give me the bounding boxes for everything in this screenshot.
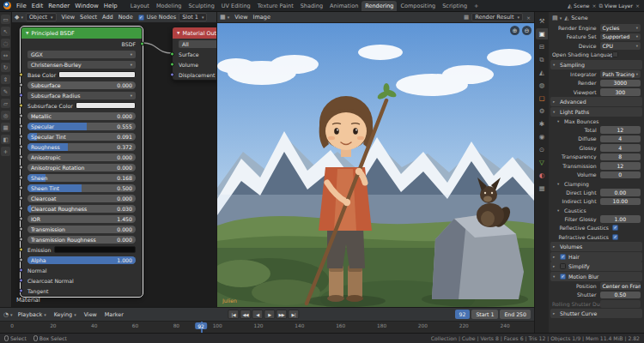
menu-file[interactable]: File xyxy=(14,2,29,10)
prop-value-transmission[interactable]: 12 xyxy=(600,162,641,170)
prop-transparency[interactable]: Transparency8 xyxy=(550,153,642,162)
frame-start-field[interactable]: Start 1 xyxy=(471,310,498,319)
workspace-tab-sculpting[interactable]: Sculpting xyxy=(185,1,217,11)
slider-specular[interactable]: Specular0.555 xyxy=(27,123,136,130)
node-input-sheen[interactable]: Sheen0.168 xyxy=(21,172,142,183)
texture-properties-tab-icon[interactable]: ▦ xyxy=(536,183,548,194)
prop-value-filter-glossy[interactable]: 1.00 xyxy=(600,215,641,223)
move-tool-icon[interactable]: ↔ xyxy=(1,51,10,60)
prop-render-engine[interactable]: Render EngineCycles xyxy=(550,23,642,33)
properties-editor-type-icon[interactable]: ▤ xyxy=(552,15,562,21)
panel-advanced[interactable]: ▸Advanced xyxy=(550,97,642,106)
annotate-tool-icon[interactable]: ✎ xyxy=(1,87,10,96)
prop-glossy[interactable]: Glossy4 xyxy=(550,143,642,153)
tool-properties-tab-icon[interactable]: ⚒ xyxy=(536,15,548,27)
panel-motion-blur[interactable]: ▾✓Motion Blur xyxy=(550,272,642,281)
node-input-displacement[interactable]: Displacement xyxy=(173,69,216,80)
view-layer-unlink-icon[interactable]: × xyxy=(635,3,641,9)
prop-render[interactable]: Render3000 xyxy=(550,79,642,88)
displacement-input-socket[interactable] xyxy=(170,73,174,77)
menu-window[interactable]: Window xyxy=(72,2,101,10)
scene-selector[interactable]: Scene xyxy=(574,3,589,9)
subsurface-color-input-socket[interactable] xyxy=(19,104,23,108)
collapse-node-icon[interactable]: ▼ xyxy=(177,31,179,35)
node-canvas[interactable]: ▼ Principled BSDF BSDF GGX Ch xyxy=(12,23,216,307)
panel-hair[interactable]: ▸✓Hair xyxy=(550,252,642,262)
subpanel-clamping[interactable]: ▾Clamping xyxy=(550,179,642,188)
prop-value-render-engine[interactable]: Cycles xyxy=(600,24,641,32)
cursor-tool-icon[interactable]: ◌ xyxy=(1,39,10,48)
prop-value-direct-light[interactable]: 0.00 xyxy=(600,189,641,196)
prop-viewport[interactable]: Viewport300 xyxy=(550,87,642,97)
tangent-input-socket[interactable] xyxy=(19,289,23,293)
prop-integrator[interactable]: IntegratorPath Tracing xyxy=(550,69,642,79)
principled-bsdf-node[interactable]: ▼ Principled BSDF BSDF GGX Ch xyxy=(21,27,143,297)
node-input-specular[interactable]: Specular0.555 xyxy=(21,121,142,131)
sheen-tint-input-socket[interactable] xyxy=(19,186,23,190)
prop-device[interactable]: DeviceCPU xyxy=(550,41,642,51)
prop-diffuse[interactable]: Diffuse4 xyxy=(550,135,642,144)
material-output-node-header[interactable]: ▼ Material Output xyxy=(173,27,216,39)
blender-logo-icon[interactable] xyxy=(3,2,11,9)
node-input-clearcoat-normal[interactable]: Clearcoat Normal xyxy=(21,275,142,286)
image-datablock-dropdown[interactable]: Render Result xyxy=(471,13,523,21)
timeline-menu-keying[interactable]: Keying xyxy=(52,310,79,319)
image-menu-image[interactable]: Image xyxy=(251,13,273,21)
anisotropic-input-socket[interactable] xyxy=(19,155,23,159)
clearcoat-roughness-input-socket[interactable] xyxy=(19,207,23,211)
prop-direct-light[interactable]: Direct Light0.00 xyxy=(550,188,642,197)
sheen-input-socket[interactable] xyxy=(19,176,23,180)
slider-sheen[interactable]: Sheen0.168 xyxy=(27,174,136,182)
prop-value-device[interactable]: CPU xyxy=(600,42,641,50)
open-shading-language-checkbox[interactable] xyxy=(612,51,618,57)
prop-volume[interactable]: Volume0 xyxy=(550,171,642,180)
prop-value-transparency[interactable]: 8 xyxy=(600,153,641,161)
transmission-roughness-input-socket[interactable] xyxy=(19,238,23,242)
slider-metallic[interactable]: Metallic0.000 xyxy=(27,112,136,120)
refractive-caustics-checkbox[interactable]: ✓ xyxy=(612,234,618,240)
particles-properties-tab-icon[interactable]: ✱ xyxy=(536,118,548,129)
modifiers-properties-tab-icon[interactable]: ⚙ xyxy=(536,105,548,117)
jump-to-next-keyframe-button[interactable]: ▶▶ xyxy=(276,310,287,319)
vector-field-subsurface-radius[interactable]: Subsurface Radius xyxy=(27,92,136,99)
slider-clearcoat-roughness[interactable]: Clearcoat Roughness0.030 xyxy=(27,205,136,213)
prop-value-render[interactable]: 3000 xyxy=(600,80,641,87)
prop-value-position[interactable]: Center on Frame xyxy=(600,282,641,290)
play-reverse-button[interactable]: ◀ xyxy=(252,310,263,319)
slider-alpha[interactable]: Alpha1.000 xyxy=(27,256,136,264)
prop-reflective-caustics[interactable]: Reflective Caustics✓ xyxy=(550,224,642,233)
node-input-subsurface-radius[interactable]: Subsurface Radius xyxy=(21,90,142,100)
node-menu-view[interactable]: View xyxy=(59,13,77,21)
object-properties-tab-icon[interactable]: ▢ xyxy=(536,93,548,104)
timeline-menu-view[interactable]: View xyxy=(82,310,100,319)
slider-sheen-tint[interactable]: Sheen Tint0.500 xyxy=(27,184,136,192)
node-input-tangent[interactable]: Tangent xyxy=(21,286,142,296)
prop-value-integrator[interactable]: Path Tracing xyxy=(600,70,641,78)
alpha-input-socket[interactable] xyxy=(19,258,23,262)
prop-value-indirect-light[interactable]: 10.00 xyxy=(600,198,641,206)
prop-value-feature-set[interactable]: Supported xyxy=(600,33,641,41)
node-input-sheen-tint[interactable]: Sheen Tint0.500 xyxy=(21,183,142,193)
prop-value-volume[interactable]: 0 xyxy=(600,172,641,179)
subpanel-max-bounces[interactable]: ▾Max Bounces xyxy=(550,117,642,125)
timeline-menu-marker[interactable]: Marker xyxy=(102,310,126,319)
rotate-tool-icon[interactable]: ↻ xyxy=(1,63,10,72)
color-swatch-emission[interactable] xyxy=(54,246,136,254)
clearcoat-normal-input-socket[interactable] xyxy=(19,279,23,283)
zoom-out-gizmo-button[interactable]: ⊖ xyxy=(522,26,532,35)
play-button[interactable]: ▶ xyxy=(264,310,275,319)
subpanel-caustics[interactable]: ▾Caustics xyxy=(550,206,642,214)
menu-help[interactable]: Help xyxy=(101,2,120,10)
select-box-tool-icon[interactable]: ▭ xyxy=(1,15,10,24)
clearcoat-input-socket[interactable] xyxy=(19,196,23,201)
prop-refractive-caustics[interactable]: Refractive Caustics✓ xyxy=(550,232,642,242)
node-input-subsurface[interactable]: Subsurface0.000 xyxy=(21,80,142,90)
prop-feature-set[interactable]: Feature SetSupported xyxy=(550,33,642,42)
use-nodes-checkbox[interactable]: ✓ xyxy=(138,15,144,21)
node-input-normal[interactable]: Normal xyxy=(21,265,142,275)
workspace-tab-modeling[interactable]: Modeling xyxy=(153,1,185,11)
render-viewport[interactable]: ⊕ ⊖ Julien xyxy=(217,23,534,307)
prop-filter-glossy[interactable]: Filter Glossy1.00 xyxy=(550,214,642,224)
workspace-tab-texture-paint[interactable]: Texture Paint xyxy=(254,1,297,11)
collapse-node-icon[interactable]: ▼ xyxy=(26,31,28,35)
